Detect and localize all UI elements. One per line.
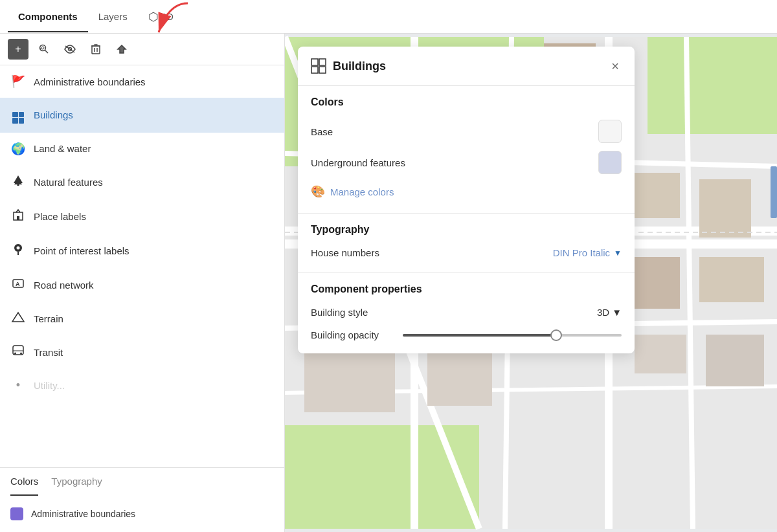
main-content: + xyxy=(0,34,777,532)
svg-point-1 xyxy=(40,45,46,51)
layer-label-administrative-boundaries: Administrative boundaries xyxy=(34,76,146,87)
building-style-selector[interactable]: 3D ▼ xyxy=(597,307,622,318)
opacity-slider-fill xyxy=(403,334,556,337)
svg-rect-16 xyxy=(17,216,19,220)
building-style-row: Building style 3D ▼ xyxy=(311,303,622,322)
opacity-slider-thumb[interactable] xyxy=(550,329,562,341)
building-style-value: 3D xyxy=(597,307,609,318)
bottom-list-item-admin[interactable]: Administrative boundaries xyxy=(0,501,284,527)
tab-layers[interactable]: Layers xyxy=(88,2,138,32)
panel-buildings-icon xyxy=(311,58,326,74)
map-area[interactable]: Buildings × Colors Base Underground feat… xyxy=(285,34,777,532)
selected-font: DIN Pro Italic xyxy=(553,247,610,258)
bottom-list: Administrative boundaries xyxy=(0,496,284,532)
tab-3d[interactable]: ⬡ 3D xyxy=(138,1,184,33)
tab-3d-label: 3D xyxy=(161,11,174,22)
svg-rect-56 xyxy=(311,59,318,65)
delete-layer-button[interactable] xyxy=(85,39,106,60)
cube-icon: ⬡ xyxy=(148,10,159,24)
search-layers-button[interactable] xyxy=(34,39,54,60)
panel-section-component-properties: Component properties Building style 3D ▼… xyxy=(298,273,635,353)
layer-item-natural-features[interactable]: Natural features xyxy=(0,165,284,199)
layer-label-terrain: Terrain xyxy=(34,313,63,324)
svg-rect-58 xyxy=(311,67,318,73)
building-style-label: Building style xyxy=(311,307,368,318)
tab-components[interactable]: Components xyxy=(8,2,88,32)
layer-item-buildings[interactable]: Buildings xyxy=(0,98,284,133)
svg-rect-53 xyxy=(635,335,686,373)
opacity-slider[interactable] xyxy=(403,334,622,337)
layer-label-land-water: Land & water xyxy=(34,143,91,154)
globe-icon: 🌍 xyxy=(10,142,26,156)
svg-rect-59 xyxy=(319,67,326,73)
hide-layers-button[interactable] xyxy=(60,39,80,60)
panel-section-typography: Typography House numbers DIN Pro Italic … xyxy=(298,214,635,273)
typography-row-house-numbers: House numbers DIN Pro Italic ▼ xyxy=(311,243,622,262)
bottom-tab-typography[interactable]: Typography xyxy=(51,468,102,496)
svg-point-24 xyxy=(14,352,16,354)
buildings-panel: Buildings × Colors Base Underground feat… xyxy=(298,47,635,353)
buildings-grid-icon xyxy=(10,107,26,124)
terrain-icon xyxy=(10,311,26,326)
svg-text:A: A xyxy=(16,281,20,287)
sidebar: + xyxy=(0,34,285,532)
svg-rect-29 xyxy=(648,37,777,134)
color-row-base: Base xyxy=(311,116,622,147)
tree-icon xyxy=(10,174,26,190)
svg-rect-55 xyxy=(771,166,777,218)
pin-icon xyxy=(10,243,26,259)
component-properties-title: Component properties xyxy=(311,283,622,295)
layer-item-poi-labels[interactable]: Point of interest labels xyxy=(0,234,284,268)
transit-icon xyxy=(10,344,26,360)
svg-point-18 xyxy=(17,246,20,249)
panel-title: Buildings xyxy=(333,60,386,73)
layer-item-transit[interactable]: Transit xyxy=(0,335,284,370)
building-icon xyxy=(10,208,26,225)
panel-section-colors: Colors Base Underground features 🎨 Manag… xyxy=(298,86,635,214)
base-color-swatch[interactable] xyxy=(598,120,622,143)
building-opacity-row: Building opacity xyxy=(311,327,622,343)
layer-label-road-network: Road network xyxy=(34,280,94,291)
svg-rect-43 xyxy=(699,179,751,238)
building-opacity-label: Building opacity xyxy=(311,329,395,340)
top-nav: Components Layers ⬡ 3D xyxy=(0,0,777,34)
layer-item-land-water[interactable]: 🌍 Land & water xyxy=(0,133,284,165)
manage-colors-button[interactable]: 🎨 Manage colors xyxy=(311,181,394,203)
dropdown-arrow-icon: ▼ xyxy=(614,249,622,258)
layer-item-terrain[interactable]: Terrain xyxy=(0,302,284,335)
svg-point-25 xyxy=(20,352,22,354)
svg-rect-45 xyxy=(699,257,764,302)
svg-marker-21 xyxy=(12,313,24,322)
layer-item-road-network[interactable]: A Road network xyxy=(0,268,284,302)
palette-icon: 🎨 xyxy=(311,184,325,199)
layer-list: 🚩 Administrative boundaries Buildings 🌍 … xyxy=(0,65,284,467)
svg-line-2 xyxy=(45,50,49,54)
bottom-tab-colors[interactable]: Colors xyxy=(10,468,38,496)
font-selector[interactable]: DIN Pro Italic ▼ xyxy=(553,247,622,258)
panel-header: Buildings × xyxy=(298,47,635,86)
layer-item-administrative-boundaries[interactable]: 🚩 Administrative boundaries xyxy=(0,65,284,98)
svg-point-3 xyxy=(41,47,44,49)
layer-label-place-labels: Place labels xyxy=(34,211,86,222)
toolbar: + xyxy=(0,34,284,65)
layer-label-natural-features: Natural features xyxy=(34,177,103,188)
upload-icon xyxy=(117,44,127,54)
delete-icon xyxy=(91,44,100,54)
svg-marker-11 xyxy=(118,45,126,53)
layer-item-place-labels[interactable]: Place labels xyxy=(0,199,284,234)
svg-rect-28 xyxy=(285,425,479,529)
upload-layer-button[interactable] xyxy=(111,39,132,60)
add-layer-button[interactable]: + xyxy=(8,39,28,60)
bottom-tabs: Colors Typography Administrative boundar… xyxy=(0,467,284,532)
road-icon: A xyxy=(10,277,26,293)
base-color-label: Base xyxy=(311,126,333,137)
house-numbers-label: House numbers xyxy=(311,247,379,258)
layer-item-utility[interactable]: • Utility... xyxy=(0,370,284,401)
typography-section-title: Typography xyxy=(311,224,622,236)
underground-color-swatch[interactable] xyxy=(598,151,622,174)
panel-header-left: Buildings xyxy=(311,58,386,74)
panel-close-button[interactable]: × xyxy=(609,57,622,75)
admin-color-swatch xyxy=(10,507,23,520)
color-row-underground: Underground features xyxy=(311,147,622,178)
flag-icon: 🚩 xyxy=(10,74,26,89)
